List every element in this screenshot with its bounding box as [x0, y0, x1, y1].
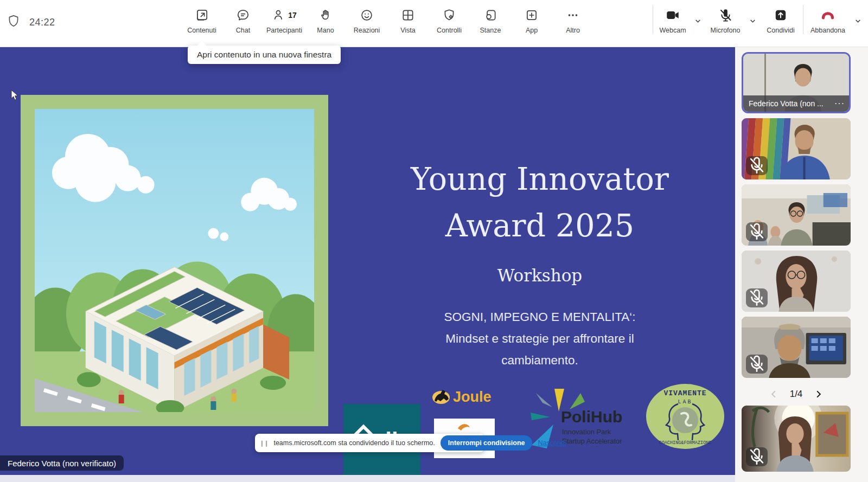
- reazioni-label: Reazioni: [354, 27, 380, 34]
- participant-tile-3[interactable]: [742, 184, 851, 246]
- page-indicator: 1/4: [790, 389, 803, 400]
- abbandona-label: Abbandona: [810, 27, 845, 34]
- more-dots-icon: [566, 8, 580, 23]
- webcam-icon: [665, 8, 680, 23]
- mic-muted-icon: [718, 8, 733, 23]
- mano-button[interactable]: Mano: [305, 4, 346, 34]
- slide-title-line1: Young Innovator: [353, 156, 727, 202]
- vivamente-tagline: COACHING&FORMAZIONE: [659, 440, 712, 446]
- altro-button[interactable]: Altro: [552, 4, 593, 34]
- participant-tile-6[interactable]: [742, 406, 851, 472]
- teams-meeting-window: 24:22 Contenuti Chat 17 Partecipa: [0, 0, 868, 482]
- tagline-line2: Mindset e strategie per affrontare il: [353, 328, 727, 350]
- shared-screen-stage: Young Innovator Award 2025 Workshop SOGN…: [0, 47, 735, 475]
- stop-sharing-button[interactable]: Interrompi condivisione: [441, 435, 533, 451]
- participant-tile-5[interactable]: [742, 317, 851, 378]
- webcam-button[interactable]: Webcam: [653, 4, 692, 34]
- partecipanti-label: Partecipanti: [266, 27, 302, 34]
- taskbar-strip: [0, 475, 735, 482]
- vista-button[interactable]: Vista: [387, 4, 429, 34]
- breakout-rooms-icon: [483, 8, 497, 23]
- chat-label: Chat: [236, 27, 250, 34]
- gallery-pagination: 1/4: [742, 385, 851, 403]
- joule-logo: Joule: [430, 384, 498, 407]
- abbandona-options-chevron[interactable]: [852, 17, 864, 26]
- apps-plus-icon: [525, 8, 539, 23]
- mic-muted-badge: [746, 222, 768, 241]
- stanze-button[interactable]: Stanze: [470, 4, 511, 34]
- presenter-name-label: Federico Votta (non verificato): [0, 455, 124, 471]
- webcam-options-chevron[interactable]: [692, 17, 704, 26]
- view-grid-icon: [401, 8, 415, 23]
- eni-dog-icon: [432, 390, 450, 404]
- participants-count: 17: [288, 11, 297, 20]
- share-banner-text: teams.microsoft.com sta condividendo il …: [273, 439, 435, 447]
- contenuti-label: Contenuti: [187, 27, 216, 34]
- toolbar-device-group: Webcam Microfono Condividi: [653, 4, 864, 34]
- slide-title-block: Young Innovator Award 2025: [353, 156, 727, 249]
- tagline-line1: SOGNI, IMPEGNO E MENTALITA‘:: [353, 306, 727, 328]
- reazioni-button[interactable]: Reazioni: [346, 4, 387, 34]
- microfono-label: Microfono: [711, 27, 741, 34]
- mic-muted-badge: [746, 355, 768, 374]
- meeting-timer: 24:22: [29, 17, 55, 28]
- meeting-toolbar: 24:22 Contenuti Chat 17 Partecipa: [0, 0, 868, 47]
- vivamente-logo: VIVAMENTE LAB COACHING&FORMAZIONE: [646, 383, 725, 449]
- mic-muted-badge: [746, 447, 768, 466]
- contenuti-tooltip: Apri contenuto in una nuova finestra: [188, 46, 341, 64]
- slide-subtitle: Workshop: [353, 266, 727, 285]
- app-label: App: [526, 27, 538, 34]
- polihub-sub2: Startup Accelerator: [562, 437, 622, 445]
- controlli-button[interactable]: Controlli: [429, 4, 470, 34]
- joule-wordmark: Joule: [453, 389, 492, 405]
- mic-muted-badge: [746, 156, 768, 175]
- microfono-button[interactable]: Microfono: [704, 4, 747, 34]
- open-content-icon: [195, 8, 209, 23]
- previous-page-button[interactable]: [769, 390, 778, 399]
- condividi-label: Condividi: [767, 27, 794, 34]
- smiley-icon: [360, 8, 374, 23]
- mano-label: Mano: [317, 27, 334, 34]
- feem-mark-icon: [458, 424, 470, 430]
- tagline-line3: cambiamento.: [353, 350, 727, 371]
- condividi-button[interactable]: Condividi: [758, 4, 803, 34]
- contenuti-button[interactable]: Contenuti: [181, 4, 222, 34]
- vista-label: Vista: [400, 27, 416, 34]
- app-button[interactable]: App: [511, 4, 552, 34]
- hang-up-icon: [819, 8, 837, 23]
- stanze-label: Stanze: [480, 27, 501, 34]
- tile-name-bar: Federico Votta (non ... ···: [743, 95, 849, 112]
- next-page-button[interactable]: [814, 390, 823, 399]
- vivamente-lab: LAB: [678, 399, 692, 405]
- webcam-label: Webcam: [659, 27, 686, 34]
- slide-title-line2: Award 2025: [353, 202, 727, 249]
- screen-share-banner: ❙❙ teams.microsoft.com sta condividendo …: [255, 434, 484, 452]
- polihub-wordmark: PoliHub: [561, 408, 622, 426]
- meeting-timer-group: 24:22: [7, 14, 55, 30]
- controlli-label: Controlli: [437, 27, 462, 34]
- abbandona-button[interactable]: Abbandona: [803, 4, 852, 34]
- participant-tile-2[interactable]: [742, 118, 851, 179]
- tile-participant-name: Federico Votta (non ...: [749, 99, 834, 108]
- microfono-options-chevron[interactable]: [747, 17, 758, 26]
- polihub-sub1: Innovation Park: [562, 428, 611, 436]
- mic-muted-badge: [746, 288, 768, 307]
- slide-tagline: SOGNI, IMPEGNO E MENTALITA‘: Mindset e s…: [353, 306, 727, 371]
- mouse-cursor: [11, 89, 20, 104]
- participant-tile-4[interactable]: [742, 250, 851, 312]
- banner-drag-handle-icon[interactable]: ❙❙: [259, 440, 268, 447]
- toolbar-center-group: Contenuti Chat 17 Partecipanti Mano: [181, 4, 593, 34]
- altro-label: Altro: [566, 27, 580, 34]
- eco-building-illustration: [35, 109, 314, 412]
- slide-illustration-frame: [21, 95, 328, 426]
- participants-sidebar: Federico Votta (non ... ···: [735, 47, 868, 482]
- raised-hand-icon: [318, 8, 333, 23]
- participants-icon: 17: [272, 8, 297, 23]
- hide-banner-link[interactable]: Nascondi: [538, 439, 566, 447]
- chat-icon: [236, 8, 250, 23]
- tile-more-options[interactable]: ···: [834, 99, 845, 108]
- shield-icon: [7, 14, 21, 30]
- partecipanti-button[interactable]: 17 Partecipanti: [264, 4, 305, 34]
- participant-tile-federico[interactable]: Federico Votta (non ... ···: [742, 52, 851, 113]
- chat-button[interactable]: Chat: [222, 4, 264, 34]
